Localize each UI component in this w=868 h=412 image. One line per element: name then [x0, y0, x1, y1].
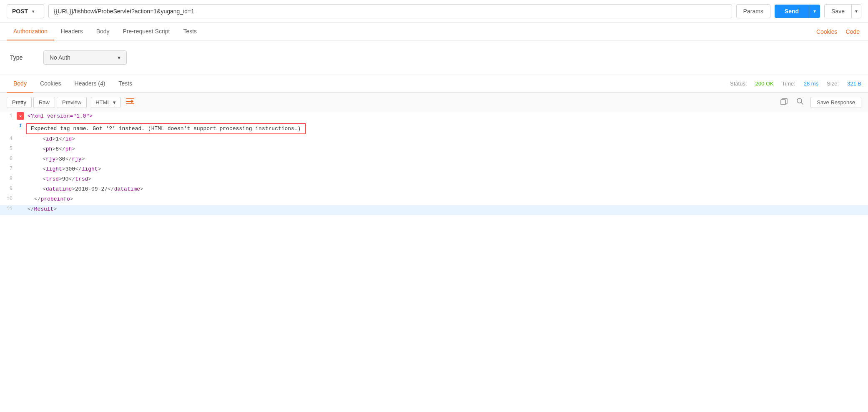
- svg-line-5: [801, 103, 803, 105]
- tab-tests[interactable]: Tests: [176, 23, 203, 40]
- auth-type-value: No Auth: [50, 54, 70, 61]
- code-line-11: 11 </Result>: [0, 205, 868, 215]
- code-area: 1 ✕ <?xml version="1.0"> i Expected tag …: [0, 112, 868, 215]
- response-tabs-bar: Body Cookies Headers (4) Tests Status: 2…: [0, 75, 868, 93]
- tab-headers[interactable]: Headers: [54, 23, 90, 40]
- save-response-button[interactable]: Save Response: [810, 97, 861, 108]
- code-content-8: <trsd>90</trsd>: [26, 175, 93, 183]
- code-content-4: <id>1</id>: [26, 135, 77, 143]
- response-toolbar: Pretty Raw Preview HTML ▾ Save Response: [0, 93, 868, 112]
- tab-prerequest[interactable]: Pre-request Script: [116, 23, 177, 40]
- auth-type-select[interactable]: No Auth ▾: [43, 50, 127, 65]
- response-tab-tests[interactable]: Tests: [112, 75, 139, 93]
- tab-body[interactable]: Body: [90, 23, 116, 40]
- error-icon: ✕: [17, 112, 24, 120]
- auth-section: Type No Auth ▾: [0, 40, 868, 75]
- error-message: Expected tag name. Got '?' instead. (HTM…: [26, 123, 306, 134]
- size-value: 321 B: [847, 80, 861, 87]
- code-line-4: 4 <id>1</id>: [0, 135, 868, 145]
- response-tab-cookies[interactable]: Cookies: [33, 75, 68, 93]
- code-content-5: <ph>8</ph>: [26, 145, 77, 153]
- line-number-7: 7: [0, 165, 17, 173]
- send-dropdown-button[interactable]: ▾: [809, 5, 820, 18]
- params-button[interactable]: Params: [736, 4, 770, 18]
- auth-type-chevron: ▾: [118, 54, 120, 61]
- code-content-10: </probeinfo>: [26, 195, 75, 203]
- line-number-6: 6: [0, 155, 17, 163]
- tab-authorization[interactable]: Authorization: [7, 23, 54, 40]
- code-content-6: <rjy>30</rjy>: [26, 155, 86, 163]
- code-line-9: 9 <datatime>2016-09-27</datatime>: [0, 185, 868, 195]
- svg-rect-3: [781, 100, 785, 105]
- size-label: Size:: [827, 80, 839, 87]
- code-content-7: <light>300</light>: [26, 165, 103, 173]
- line-number-5: 5: [0, 145, 17, 153]
- format-selector[interactable]: HTML ▾: [91, 97, 120, 108]
- copy-icon[interactable]: [779, 96, 790, 108]
- status-value: 200 OK: [755, 80, 774, 87]
- preview-button[interactable]: Preview: [57, 97, 87, 108]
- toolbar-right: Save Response: [779, 96, 861, 108]
- request-tabs: Authorization Headers Body Pre-request S…: [0, 23, 868, 40]
- status-label: Status:: [730, 80, 747, 87]
- url-input[interactable]: [48, 4, 732, 18]
- cookies-link[interactable]: Cookies: [815, 23, 839, 40]
- line-number-11: 11: [0, 205, 17, 213]
- line-number-10: 10: [0, 195, 17, 203]
- search-icon[interactable]: [795, 96, 805, 108]
- code-line-8: 8 <trsd>90</trsd>: [0, 175, 868, 185]
- top-bar: POST ▾ Params Send ▾ Save ▾: [0, 0, 868, 23]
- info-icon: i: [17, 122, 24, 130]
- method-chevron: ▾: [32, 9, 34, 14]
- code-line-6: 6 <rjy>30</rjy>: [0, 155, 868, 165]
- code-content-9: <datatime>2016-09-27</datatime>: [26, 185, 145, 193]
- pretty-button[interactable]: Pretty: [7, 97, 32, 108]
- code-content-1: <?xml version="1.0">: [26, 112, 94, 120]
- raw-button[interactable]: Raw: [33, 97, 55, 108]
- auth-row: Type No Auth ▾: [10, 50, 858, 65]
- format-label: HTML: [95, 99, 110, 106]
- method-selector[interactable]: POST ▾: [7, 4, 44, 18]
- send-group: Send ▾: [775, 5, 820, 18]
- code-line-error: i Expected tag name. Got '?' instead. (H…: [0, 122, 868, 135]
- line-number-i: [0, 122, 17, 124]
- save-button[interactable]: Save: [825, 5, 851, 18]
- right-links: Cookies Code: [815, 23, 861, 40]
- code-line-7: 7 <light>300</light>: [0, 165, 868, 175]
- auth-type-label: Type: [10, 54, 35, 61]
- send-button[interactable]: Send: [775, 5, 809, 18]
- code-content-11: </Result>: [26, 205, 58, 213]
- code-line-5: 5 <ph>8</ph>: [0, 145, 868, 155]
- method-label: POST: [12, 8, 28, 15]
- line-number-4: 4: [0, 135, 17, 143]
- code-line-10: 10 </probeinfo>: [0, 195, 868, 205]
- code-line-1: 1 ✕ <?xml version="1.0">: [0, 112, 868, 122]
- line-number-1: 1: [0, 112, 17, 120]
- response-status: Status: 200 OK Time: 28 ms Size: 321 B: [730, 80, 861, 87]
- line-number-9: 9: [0, 185, 17, 193]
- save-dropdown-button[interactable]: ▾: [851, 5, 861, 18]
- response-tab-body[interactable]: Body: [7, 75, 33, 93]
- response-tab-headers[interactable]: Headers (4): [68, 75, 112, 93]
- save-group: Save ▾: [824, 4, 861, 18]
- code-link[interactable]: Code: [844, 23, 861, 40]
- line-number-8: 8: [0, 175, 17, 183]
- format-chevron: ▾: [113, 99, 116, 106]
- time-label: Time:: [782, 80, 795, 87]
- wrap-icon[interactable]: [125, 98, 135, 107]
- time-value: 28 ms: [804, 80, 818, 87]
